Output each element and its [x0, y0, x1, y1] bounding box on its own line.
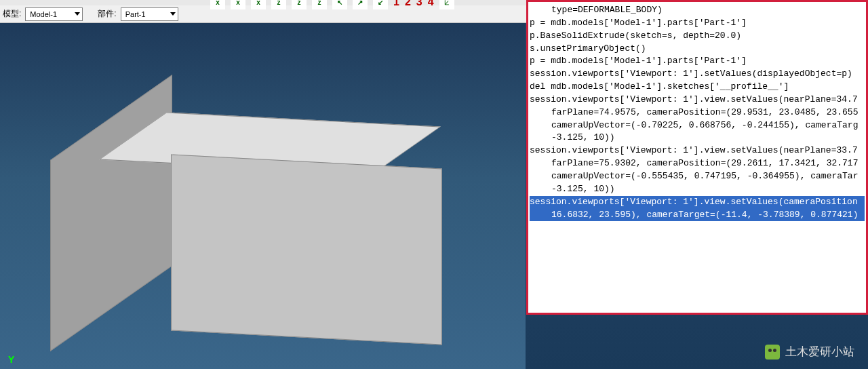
- part-dropdown[interactable]: Part-1: [121, 7, 178, 21]
- cube-front-face: [171, 155, 442, 345]
- code-line[interactable]: p = mdb.models['Model-1'].parts['Part-1'…: [530, 17, 865, 30]
- viewport-3d[interactable]: Y: [0, 23, 526, 369]
- triad-4-icon[interactable]: ⟀: [439, 0, 454, 9]
- code-line[interactable]: p.BaseSolidExtrude(sketch=s, depth=20.0): [530, 30, 865, 43]
- code-line[interactable]: type=DEFORMABLE_BODY): [530, 4, 865, 17]
- code-line[interactable]: s.unsetPrimaryObject(): [530, 43, 865, 56]
- part-value: Part-1: [125, 10, 146, 18]
- part-label: 部件:: [98, 8, 116, 20]
- code-line-selected[interactable]: session.viewports['Viewport: 1'].view.se…: [530, 196, 865, 209]
- code-line[interactable]: session.viewports['Viewport: 1'].view.se…: [530, 144, 865, 157]
- code-line[interactable]: cameraUpVector=(-0.70225, 0.668756, -0.2…: [530, 119, 865, 132]
- script-panel[interactable]: type=DEFORMABLE_BODY)p = mdb.models['Mod…: [526, 0, 868, 315]
- view-1-button[interactable]: 1: [393, 0, 399, 8]
- wechat-icon: [765, 345, 780, 360]
- code-line[interactable]: p = mdb.models['Model-1'].parts['Part-1'…: [530, 55, 865, 68]
- code-line[interactable]: del mdb.models['Model-1'].sketches['__pr…: [530, 81, 865, 94]
- axis-x1-icon[interactable]: x: [210, 0, 225, 9]
- part-solid: [41, 104, 393, 335]
- axis-x3-icon[interactable]: x: [251, 0, 266, 9]
- watermark-text: 土木爱研小站: [785, 344, 854, 360]
- code-line[interactable]: farPlane=75.9302, cameraPosition=(29.261…: [530, 157, 865, 170]
- triad-2-icon[interactable]: ↗: [353, 0, 368, 9]
- axis-z1-icon[interactable]: z: [271, 0, 286, 9]
- view-3-button[interactable]: 3: [416, 0, 422, 8]
- axis-x2-icon[interactable]: x: [231, 0, 245, 9]
- axis-y-label: Y: [8, 354, 14, 365]
- code-line[interactable]: session.viewports['Viewport: 1'].view.se…: [530, 94, 865, 106]
- view-2-button[interactable]: 2: [405, 0, 411, 8]
- code-line[interactable]: -3.125, 10)): [530, 183, 865, 196]
- view-4-button[interactable]: 4: [428, 0, 434, 8]
- axis-z3-icon[interactable]: z: [312, 0, 327, 9]
- view-icons: x x x z z z ↖ ↗ ↙ 1 2 3 4 ⟀: [210, 0, 454, 11]
- cube-left-face: [50, 75, 172, 351]
- code-line[interactable]: farPlane=74.9575, cameraPosition=(29.953…: [530, 106, 865, 119]
- model-label: 模型:: [3, 8, 21, 20]
- axis-z2-icon[interactable]: z: [292, 0, 307, 9]
- triad-3-icon[interactable]: ↙: [373, 0, 388, 9]
- code-line[interactable]: -3.125, 10)): [530, 132, 865, 144]
- model-dropdown[interactable]: Model-1: [25, 7, 83, 21]
- model-value: Model-1: [30, 10, 57, 18]
- triad-1-icon[interactable]: ↖: [332, 0, 347, 9]
- code-line[interactable]: session.viewports['Viewport: 1'].setValu…: [530, 68, 865, 81]
- watermark: 土木爱研小站: [765, 344, 854, 360]
- code-line-selected[interactable]: 16.6832, 23.595), cameraTarget=(-11.4, -…: [530, 209, 865, 222]
- code-line[interactable]: cameraUpVector=(-0.555435, 0.747195, -0.…: [530, 170, 865, 183]
